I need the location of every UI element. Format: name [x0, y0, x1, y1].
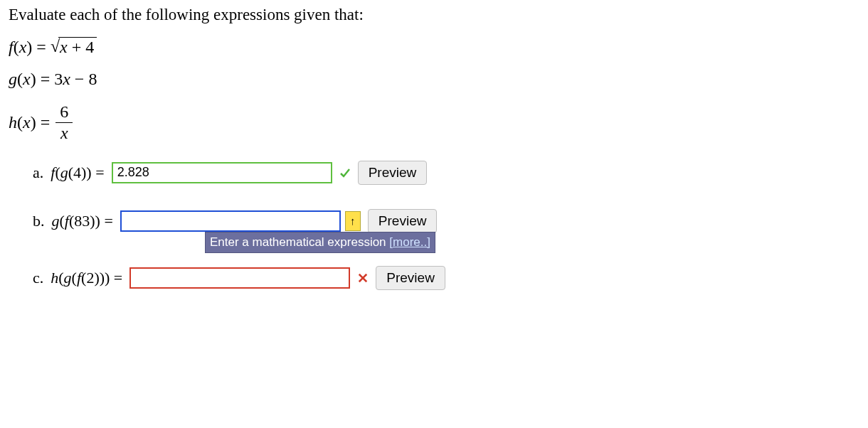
prompt-text: Evaluate each of the following expressio…	[9, 6, 859, 24]
hint-more-link[interactable]: [more..]	[389, 235, 430, 249]
h-lhs: h(x) =	[9, 113, 50, 132]
fraction-denominator: x	[56, 123, 73, 144]
check-icon	[339, 167, 351, 178]
definition-g: g(x) = 3x − 8	[9, 70, 859, 89]
g-text: g(x) = 3x − 8	[9, 70, 97, 89]
f-lhs: f(x) =	[9, 38, 46, 57]
question-c-label: c.	[33, 269, 43, 287]
preview-button-b[interactable]: Preview	[368, 209, 438, 233]
question-a-row: a. f(g(4)) = Preview	[33, 161, 859, 185]
question-a-expr: f(g(4)) =	[51, 164, 104, 182]
question-c-row: c. h(g(f(2))) = Preview	[33, 266, 859, 290]
preview-button-a[interactable]: Preview	[358, 161, 428, 185]
answer-input-b[interactable]	[120, 210, 341, 232]
question-b-row: b. g(f(83)) = ↑ Preview Enter a mathemat…	[33, 209, 859, 233]
fraction-icon: 6 x	[55, 102, 73, 144]
question-a-label: a.	[33, 164, 43, 182]
sqrt-symbol: √ x + 4	[51, 37, 97, 57]
cross-icon	[357, 272, 369, 284]
question-b-label: b.	[33, 212, 45, 230]
question-b-expr: g(f(83)) =	[52, 212, 113, 230]
definition-f: f(x) = √ x + 4	[9, 37, 859, 57]
question-c-expr: h(g(f(2))) =	[51, 269, 122, 287]
answer-input-c[interactable]	[129, 267, 350, 289]
fraction-numerator: 6	[55, 102, 73, 123]
hint-tooltip: Enter a mathematical expression [more..]	[205, 232, 435, 253]
answer-input-a[interactable]	[112, 162, 332, 183]
definition-h: h(x) = 6 x	[9, 102, 859, 144]
caret-up-icon[interactable]: ↑	[345, 211, 361, 231]
hint-text: Enter a mathematical expression	[210, 235, 389, 249]
preview-button-c[interactable]: Preview	[376, 266, 445, 290]
